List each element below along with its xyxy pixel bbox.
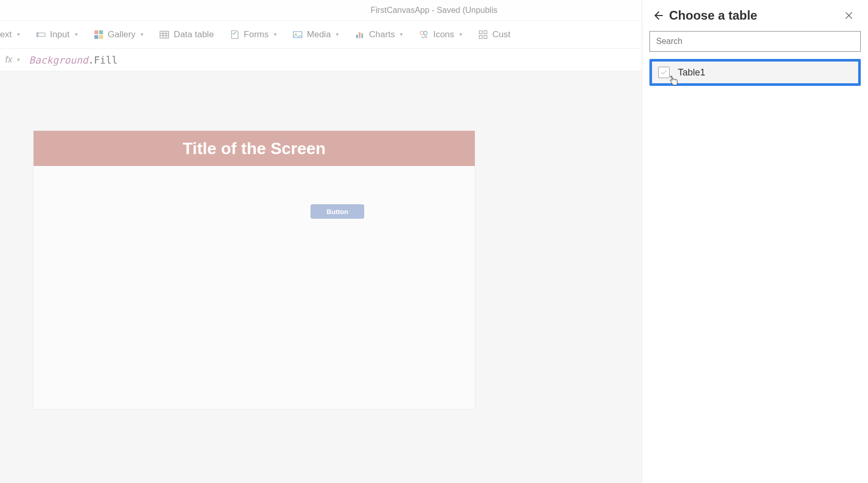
app-title: FirstCanvasApp - Saved (Unpublis [370,6,497,15]
ribbon-forms[interactable]: Forms ▾ [229,29,277,40]
screen-title-text: Title of the Screen [183,139,326,158]
checkbox[interactable] [658,67,670,78]
chevron-down-icon: ▾ [141,31,144,38]
formula-property: .Fill [88,54,117,66]
table-item-label: Table1 [678,67,705,78]
ribbon-media-label: Media [307,29,331,40]
ribbon-custom[interactable]: Cust [478,29,510,40]
close-icon[interactable] [844,11,859,20]
svg-rect-2 [94,30,98,34]
formula-object: Background [29,54,88,66]
search-input[interactable] [649,31,861,52]
ribbon-text[interactable]: ext ▾ [0,29,20,40]
svg-rect-21 [484,31,487,34]
ribbon-media[interactable]: Media ▾ [292,29,339,40]
ribbon-input[interactable]: Input ▾ [36,29,78,40]
chevron-down-icon: ▾ [459,31,462,38]
canvas-button-label: Button [327,208,348,216]
ribbon-data-table-label: Data table [174,29,214,40]
ribbon-gallery-label: Gallery [108,29,136,40]
ribbon-icons-label: Icons [433,29,454,40]
data-table-icon [159,29,169,40]
svg-rect-11 [293,32,302,38]
choose-table-panel: Choose a table Table1 [642,0,868,483]
svg-rect-5 [99,35,103,39]
ribbon-icons[interactable]: Icons ▾ [419,29,462,40]
panel-body: Table1 [642,31,868,86]
chevron-down-icon: ▾ [274,31,277,38]
svg-rect-13 [357,35,358,38]
back-arrow-icon[interactable] [652,9,664,22]
ribbon-text-label: ext [0,29,12,40]
panel-title: Choose a table [669,8,844,23]
svg-rect-15 [362,33,363,38]
screen-canvas[interactable]: Title of the Screen Button [33,130,475,410]
cursor-icon [669,75,679,86]
panel-header: Choose a table [642,0,868,31]
gallery-icon [94,29,104,40]
svg-rect-23 [484,35,487,38]
svg-rect-14 [359,32,361,38]
ribbon-data-table[interactable]: Data table [159,29,214,40]
input-icon [36,29,46,40]
svg-rect-3 [99,30,103,34]
chevron-down-icon: ▾ [17,31,20,38]
table-item-table1[interactable]: Table1 [649,59,861,86]
fx-text: fx [5,54,12,65]
ribbon-gallery[interactable]: Gallery ▾ [94,29,144,40]
canvas-button[interactable]: Button [311,204,364,219]
svg-rect-4 [94,35,98,39]
icons-icon [419,29,429,40]
charts-icon [354,29,365,40]
svg-point-17 [424,31,427,35]
forms-icon [229,29,240,40]
ribbon-forms-label: Forms [244,29,269,40]
ribbon-custom-label: Cust [492,29,510,40]
custom-icon [478,29,488,40]
svg-rect-20 [479,31,483,34]
ribbon-input-label: Input [50,29,70,40]
chevron-down-icon: ▾ [75,31,78,38]
media-icon [292,29,303,40]
svg-rect-6 [160,31,169,38]
svg-point-16 [421,31,424,35]
screen-title-bar[interactable]: Title of the Screen [34,131,475,166]
chevron-down-icon: ▾ [336,31,339,38]
svg-rect-22 [479,35,483,38]
chevron-down-icon: ▾ [400,31,403,38]
chevron-down-icon: ▾ [17,56,20,63]
fx-label[interactable]: fx ▾ [1,54,24,65]
ribbon-charts-label: Charts [369,29,395,40]
ribbon-charts[interactable]: Charts ▾ [354,29,403,40]
